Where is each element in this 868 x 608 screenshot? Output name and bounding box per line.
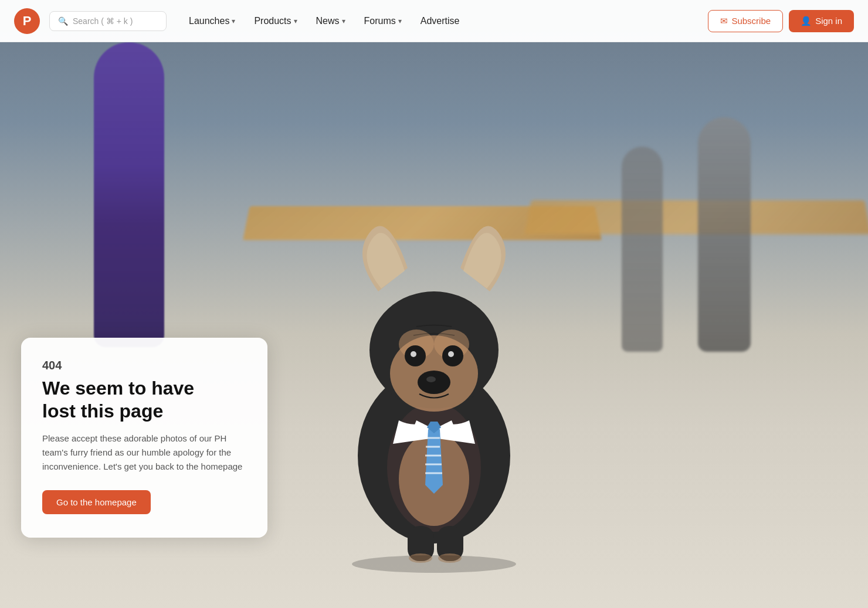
svg-point-12	[426, 376, 436, 382]
user-icon: 👤	[801, 16, 812, 26]
logo[interactable]: P	[14, 8, 40, 34]
person-figure-2	[698, 117, 751, 352]
search-icon: 🔍	[58, 16, 68, 26]
chevron-down-icon: ▾	[398, 17, 402, 25]
search-placeholder: Search ( ⌘ + k )	[73, 16, 133, 26]
subscribe-icon: ✉	[720, 16, 728, 26]
svg-point-11	[418, 371, 450, 394]
table-2	[524, 201, 868, 235]
chevron-down-icon: ▾	[294, 17, 297, 25]
navigation: P 🔍 Search ( ⌘ + k ) Launches ▾ Products…	[0, 0, 868, 42]
signin-button[interactable]: 👤 Sign in	[789, 10, 854, 32]
error-code: 404	[42, 359, 246, 372]
svg-point-9	[411, 351, 416, 357]
person-figure-3	[622, 147, 663, 352]
nav-news[interactable]: News ▾	[308, 11, 354, 31]
error-heading: We seem to have lost this page	[42, 377, 246, 422]
dog-illustration	[323, 174, 545, 573]
nav-products[interactable]: Products ▾	[246, 11, 305, 31]
nav-launches[interactable]: Launches ▾	[181, 11, 243, 31]
search-box[interactable]: 🔍 Search ( ⌘ + k )	[49, 11, 167, 31]
subscribe-button[interactable]: ✉ Subscribe	[708, 10, 783, 32]
error-description: Please accept these adorable photos of o…	[42, 432, 246, 474]
chevron-down-icon: ▾	[232, 17, 235, 25]
nav-actions: ✉ Subscribe 👤 Sign in	[708, 10, 854, 32]
person-figure-1	[94, 42, 164, 347]
logo-letter: P	[23, 13, 32, 29]
error-card: 404 We seem to have lost this page Pleas…	[21, 338, 267, 538]
svg-point-10	[448, 351, 454, 357]
nav-advertise[interactable]: Advertise	[412, 11, 468, 31]
nav-forums[interactable]: Forums ▾	[356, 11, 410, 31]
svg-point-17	[352, 555, 516, 573]
chevron-down-icon: ▾	[342, 17, 345, 25]
nav-links: Launches ▾ Products ▾ News ▾ Forums ▾ Ad…	[181, 11, 703, 31]
go-to-homepage-button[interactable]: Go to the homepage	[42, 490, 151, 514]
